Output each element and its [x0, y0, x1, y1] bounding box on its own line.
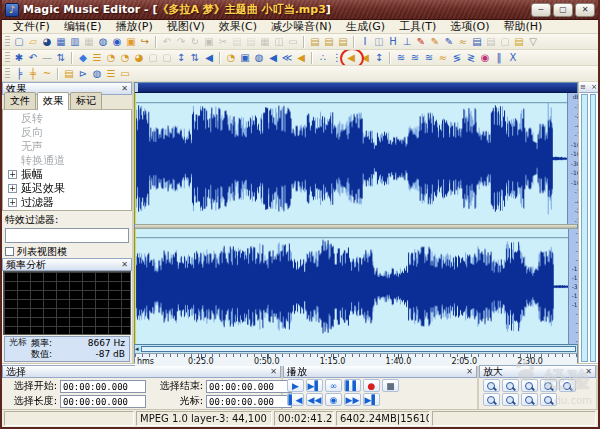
- close-button[interactable]: ✕: [575, 3, 595, 17]
- fade-out-icon[interactable]: ≷: [464, 50, 478, 65]
- scrollbar-left-arrow-icon[interactable]: ◂: [135, 345, 139, 353]
- meter-menu-icon[interactable]: ≡: [580, 83, 586, 91]
- print-wave-icon[interactable]: ▤: [62, 66, 76, 81]
- zoom-in-button[interactable]: [483, 379, 500, 392]
- eq-gold-icon[interactable]: ≈: [436, 50, 450, 65]
- waveform-channel-2[interactable]: [135, 229, 568, 344]
- cursor-input[interactable]: 00:00:00.000: [206, 395, 292, 408]
- tree-item-delay-effects[interactable]: +延迟效果: [3, 182, 131, 196]
- menu-item-generate[interactable]: 生成(G): [339, 20, 392, 33]
- tree-item-silence[interactable]: 无声: [3, 140, 131, 154]
- play-button[interactable]: ▶: [287, 379, 304, 392]
- tab-effects[interactable]: 效果: [37, 92, 69, 110]
- meter-panel-close-icon[interactable]: ×: [591, 83, 597, 91]
- tree-item-invert[interactable]: 反转: [3, 112, 131, 126]
- marker-h-icon[interactable]: H: [386, 34, 400, 49]
- tree-item-convert-channel[interactable]: 转换通道: [3, 154, 131, 168]
- speaker-2-icon[interactable]: ◀: [266, 50, 280, 65]
- save-as-icon[interactable]: ▥: [68, 34, 82, 49]
- web-wave-icon[interactable]: ◍: [90, 66, 104, 81]
- menu-item-options[interactable]: 选项(O): [443, 20, 496, 33]
- equalizer-icon[interactable]: ☰: [90, 50, 104, 65]
- zoom-left-button[interactable]: [540, 379, 557, 392]
- stretch-icon[interactable]: ↕: [174, 50, 188, 65]
- zoom-reset-button[interactable]: [540, 393, 557, 406]
- list-view-icon[interactable]: ▤: [470, 34, 484, 49]
- expander-icon[interactable]: +: [8, 198, 17, 207]
- menu-item-view[interactable]: 视图(V): [160, 20, 212, 33]
- eq-mid-icon[interactable]: ≋: [408, 50, 422, 65]
- smooth-curve-icon[interactable]: ≈: [456, 34, 470, 49]
- export-wave-icon[interactable]: ⊳: [76, 66, 90, 81]
- select-tool-icon[interactable]: Ⅰ: [358, 34, 372, 49]
- stop-button[interactable]: ■: [382, 379, 399, 392]
- rewind-button[interactable]: ◀◀: [306, 393, 323, 406]
- expander-icon[interactable]: +: [8, 170, 17, 179]
- hourglass-icon[interactable]: X: [506, 50, 520, 65]
- record-button[interactable]: ●: [363, 379, 380, 392]
- sel-start-input[interactable]: 00:00:00.000: [60, 380, 146, 393]
- gem-icon[interactable]: ◆: [76, 50, 90, 65]
- stretch-2-icon[interactable]: ↕: [372, 50, 386, 65]
- pause-button[interactable]: ▌▌: [344, 379, 361, 392]
- erase-wave-icon[interactable]: ▭: [118, 66, 132, 81]
- time-shift-1-icon[interactable]: ◔: [104, 50, 118, 65]
- menu-item-effects[interactable]: 效果(C): [212, 20, 264, 33]
- horizontal-scrollbar[interactable]: ◂: [135, 344, 577, 353]
- loop-button[interactable]: ∞: [325, 379, 342, 392]
- edit-pen-icon[interactable]: ✎: [414, 34, 428, 49]
- playback-panel-close-icon[interactable]: ✕: [466, 367, 473, 377]
- export-file-icon[interactable]: ↪: [138, 34, 152, 49]
- list-view-checkbox[interactable]: [5, 247, 14, 256]
- print-icon[interactable]: ▤: [512, 34, 526, 49]
- minimize-button[interactable]: ─: [531, 3, 551, 17]
- sel-length-input[interactable]: 00:00:00.000: [60, 395, 146, 408]
- expander-icon[interactable]: +: [8, 184, 17, 193]
- zoom-vertical-in-button[interactable]: [502, 393, 519, 406]
- tab-markers[interactable]: 标记: [70, 92, 102, 109]
- burn-cd-icon[interactable]: ◉: [110, 34, 124, 49]
- tree-item-filters[interactable]: +过滤器: [3, 196, 131, 210]
- copy-to-new-icon[interactable]: ▤: [322, 34, 336, 49]
- pipe-cross-icon[interactable]: ╪: [26, 66, 40, 81]
- frequency-panel-close-icon[interactable]: ✕: [121, 260, 128, 270]
- open-audio-icon[interactable]: ◕: [40, 34, 54, 49]
- zoom-panel-close-icon[interactable]: ✕: [585, 367, 592, 377]
- time-shift-3-icon[interactable]: ◕: [132, 50, 146, 65]
- new-file-icon[interactable]: ▢: [12, 34, 26, 49]
- reorder-icon[interactable]: ⇅: [54, 50, 68, 65]
- go-to-end-button[interactable]: ▶▌: [363, 393, 380, 406]
- scrollbar-thumb[interactable]: [141, 346, 576, 352]
- tree-item-reverse[interactable]: 反向: [3, 126, 131, 140]
- resample-icon[interactable]: ⇅: [188, 50, 202, 65]
- waveform-overview-bar[interactable]: [135, 83, 577, 93]
- cd-audio-icon[interactable]: ◉: [478, 50, 492, 65]
- menu-item-tools[interactable]: 工具(T): [392, 20, 443, 33]
- eq-flat-icon[interactable]: ☰: [104, 66, 118, 81]
- selection-panel-close-icon[interactable]: ✕: [270, 367, 277, 377]
- levels-icon[interactable]: ‖: [492, 50, 506, 65]
- stopwatch-icon[interactable]: ◔: [224, 50, 238, 65]
- insert-clip-icon[interactable]: ▤: [336, 34, 350, 49]
- separator-line-icon[interactable]: —: [40, 50, 54, 65]
- menu-item-help[interactable]: 帮助(H): [497, 20, 550, 33]
- title-bar[interactable]: ♪ Magic Music Editor - [《多拉A 梦》主题曲 小叮当.m…: [2, 0, 598, 20]
- import-audio-icon[interactable]: ⊥: [400, 34, 414, 49]
- speaker-icon[interactable]: ◀: [202, 50, 216, 65]
- wave-out-icon[interactable]: ≪: [280, 50, 294, 65]
- tools-icon[interactable]: ✱: [12, 50, 26, 65]
- open-folder-icon[interactable]: ▱: [26, 34, 40, 49]
- insert-silence-icon[interactable]: ▣: [238, 50, 252, 65]
- zoom-out-button[interactable]: [502, 379, 519, 392]
- go-to-start-button[interactable]: ▌◀: [287, 393, 304, 406]
- draw-pen-icon[interactable]: ✎: [428, 34, 442, 49]
- pipe-in-icon[interactable]: ╞: [12, 66, 26, 81]
- zoom-selection-button[interactable]: [521, 379, 538, 392]
- menu-item-edit[interactable]: 编辑(E): [57, 20, 109, 33]
- eq-low-icon[interactable]: ≋: [394, 50, 408, 65]
- envelope-pen-icon[interactable]: ✎: [442, 34, 456, 49]
- eq-high-icon[interactable]: ≋: [422, 50, 436, 65]
- waveform-channel-1[interactable]: [135, 93, 567, 224]
- sel-end-input[interactable]: 00:00:00.000: [206, 380, 292, 393]
- filter-funnel-icon[interactable]: ▽: [526, 34, 540, 49]
